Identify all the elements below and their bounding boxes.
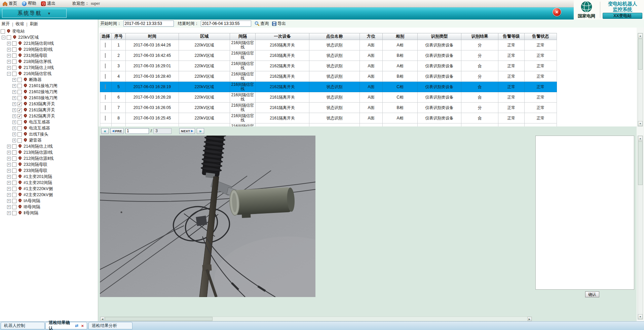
tree-checkbox[interactable]: [12, 169, 16, 173]
expand-all-link[interactable]: 展开: [1, 21, 10, 27]
table-row[interactable]: 42017-06-03 16:28:40220kV区域216间隔信官线2162隔…: [100, 71, 557, 82]
tree-item-label[interactable]: 21602接地刀闸: [29, 89, 58, 95]
tree-item-label[interactable]: 出线T接头: [29, 132, 48, 137]
query-button[interactable]: 查询: [255, 21, 269, 27]
tree-item[interactable]: +#1主变201间隔: [0, 174, 98, 180]
expand-toggle-icon[interactable]: +: [7, 60, 11, 64]
table-row[interactable]: 22017-06-03 16:42:45220kV区域216间隔信官线2163隔…: [100, 50, 557, 61]
tree-checkbox[interactable]: [12, 72, 16, 76]
expand-toggle-icon[interactable]: +: [12, 84, 16, 88]
tree-item[interactable]: +214间隔信上Ⅰ线: [0, 143, 98, 149]
expand-toggle-icon[interactable]: +: [12, 90, 16, 94]
tree-item-label[interactable]: 断路器: [29, 77, 42, 83]
tree-item[interactable]: +233间隔母联: [0, 168, 98, 174]
table-scrollbar[interactable]: ▲ ▼: [638, 33, 643, 126]
tree-item[interactable]: −216间隔信官线: [0, 71, 98, 77]
tree-checkbox[interactable]: [12, 53, 16, 58]
expand-toggle-icon[interactable]: +: [12, 78, 16, 82]
close-icon[interactable]: ×: [553, 8, 561, 16]
tree-item-label[interactable]: 232间隔母联: [24, 162, 47, 168]
tree-item[interactable]: +21601接地刀闸: [0, 83, 98, 89]
last-page-button[interactable]: »: [197, 128, 204, 134]
tree-item-label[interactable]: Ⅱ母间隔: [24, 210, 38, 216]
tree-checkbox[interactable]: [12, 66, 16, 70]
tree-item[interactable]: +✓2162隔离开关: [0, 113, 98, 119]
table-row[interactable]: 62017-06-03 16:26:28220kV区域216间隔信官线2161隔…: [100, 92, 557, 103]
tree-checkbox[interactable]: ✓: [17, 108, 22, 112]
expand-toggle-icon[interactable]: +: [12, 126, 16, 130]
tree-item[interactable]: +✓2163隔离开关: [0, 101, 98, 107]
pane-scrollbar[interactable]: ▲ ▼: [638, 136, 643, 320]
tab-巡检结果分析[interactable]: 巡检结果分析: [88, 322, 132, 329]
tree-item-label[interactable]: 21603接地刀闸: [29, 95, 58, 101]
prev-page-button[interactable]: ◀ PRE: [110, 128, 124, 134]
tree-checkbox[interactable]: [12, 187, 16, 191]
tree-item-label[interactable]: 218间隔信茅线: [24, 59, 51, 65]
expand-toggle-icon[interactable]: +: [7, 187, 11, 191]
expand-toggle-icon[interactable]: +: [7, 199, 11, 203]
confirm-button[interactable]: 确认: [585, 291, 599, 297]
tree-checkbox[interactable]: [12, 41, 16, 46]
row-checkbox[interactable]: [105, 43, 106, 47]
expand-toggle-icon[interactable]: +: [12, 108, 16, 112]
tree-item-label[interactable]: #1主变201间隔: [24, 174, 52, 180]
tree-item[interactable]: +21602接地刀闸: [0, 89, 98, 95]
scroll-down-icon[interactable]: ▼: [638, 314, 643, 319]
help-menu-item[interactable]: ? 帮助: [22, 1, 36, 6]
collapse-toggle-icon[interactable]: −: [7, 72, 11, 76]
tree-checkbox[interactable]: [1, 29, 5, 34]
next-page-button[interactable]: NEXT ▶: [179, 128, 195, 134]
table-row[interactable]: 72017-06-03 16:26:05220kV区域216间隔信官线2161隔…: [100, 103, 557, 113]
tree-checkbox[interactable]: [17, 78, 22, 82]
tree-checkbox[interactable]: [17, 138, 22, 143]
tree-item-label[interactable]: 变电站: [12, 29, 25, 34]
row-checkbox[interactable]: [105, 95, 106, 100]
row-checkbox[interactable]: [105, 84, 106, 89]
tree-item-label[interactable]: 216间隔信官线: [24, 71, 51, 77]
expand-toggle-icon[interactable]: +: [7, 181, 11, 185]
tree-item-label[interactable]: ⅠA母间隔: [24, 198, 40, 204]
row-checkbox[interactable]: [105, 74, 106, 79]
tree-checkbox[interactable]: [17, 84, 22, 88]
table-row[interactable]: 32017-06-03 16:29:01220kV区域216间隔信官线2162隔…: [100, 61, 557, 71]
tree-item[interactable]: +212间隔信源Ⅱ线: [0, 155, 98, 161]
scroll-down-icon[interactable]: ▼: [638, 121, 643, 126]
expand-toggle-icon[interactable]: +: [7, 66, 11, 70]
expand-toggle-icon[interactable]: +: [12, 120, 16, 124]
tree-item[interactable]: +电压互感器: [0, 119, 98, 125]
row-checkbox[interactable]: [105, 105, 106, 110]
first-page-button[interactable]: «: [101, 128, 109, 134]
tree-item[interactable]: −220kV区域: [0, 34, 98, 40]
expand-toggle-icon[interactable]: +: [7, 157, 11, 160]
refresh-link[interactable]: 刷新: [30, 21, 38, 27]
tab-close-icon[interactable]: ×: [81, 323, 84, 328]
row-checkbox[interactable]: [105, 53, 106, 58]
scroll-up-icon[interactable]: ▲: [638, 136, 643, 141]
tree-item[interactable]: 变电站: [0, 28, 98, 34]
scroll-left-icon[interactable]: ◀: [100, 317, 105, 321]
page-number-input[interactable]: [125, 128, 149, 134]
tree-item[interactable]: +电流互感器: [0, 125, 98, 131]
tree-item-label[interactable]: 221间隔信前II线: [24, 41, 54, 46]
tree-item[interactable]: +出线T接头: [0, 131, 98, 137]
scroll-up-icon[interactable]: ▲: [638, 33, 643, 38]
horizontal-scrollbar[interactable]: ◀ ▶: [100, 317, 532, 321]
tree-item-label[interactable]: 避雷器: [29, 138, 42, 143]
expand-toggle-icon[interactable]: +: [12, 133, 16, 136]
tree-item[interactable]: +231间隔母联: [0, 52, 98, 59]
tree-checkbox[interactable]: [12, 144, 16, 149]
tree-item-label[interactable]: 233间隔母联: [24, 168, 47, 174]
tree-item-label[interactable]: #2主变220kV侧: [24, 192, 53, 198]
export-button[interactable]: 导出: [272, 21, 286, 27]
system-navigation-button[interactable]: 系统导航 ▼: [2, 9, 67, 18]
row-checkbox[interactable]: [105, 64, 106, 68]
expand-toggle-icon[interactable]: +: [12, 96, 16, 100]
tree-item[interactable]: +221间隔信前II线: [0, 40, 98, 46]
tree-item-label[interactable]: ⅠB母间隔: [24, 204, 40, 210]
tree-item-label[interactable]: 219间隔信前I线: [24, 47, 53, 52]
tree-item-label[interactable]: 214间隔信上Ⅰ线: [24, 144, 53, 149]
tree-checkbox[interactable]: [17, 132, 22, 137]
tree-item-label[interactable]: 231间隔母联: [24, 53, 47, 59]
expand-toggle-icon[interactable]: +: [7, 145, 11, 148]
tree-item[interactable]: +21603接地刀闸: [0, 95, 98, 101]
